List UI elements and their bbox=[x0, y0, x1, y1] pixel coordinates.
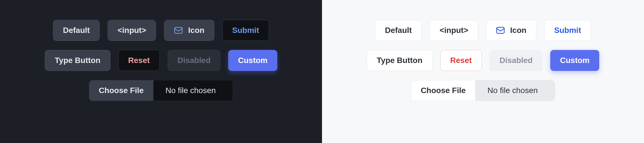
reset-button[interactable]: Reset bbox=[118, 50, 160, 71]
choose-file-button[interactable]: Choose File bbox=[411, 80, 476, 101]
default-button[interactable]: Default bbox=[53, 20, 100, 41]
disabled-button: Disabled bbox=[168, 50, 221, 71]
light-theme-panel: Default <input> Icon Submit Type Button … bbox=[322, 0, 644, 143]
type-button[interactable]: Type Button bbox=[45, 50, 110, 71]
type-button[interactable]: Type Button bbox=[367, 50, 432, 71]
button-row-1: Default <input> Icon Submit bbox=[375, 20, 591, 41]
svg-rect-0 bbox=[175, 27, 182, 33]
custom-button[interactable]: Custom bbox=[550, 50, 599, 71]
envelope-icon bbox=[496, 26, 505, 35]
dark-theme-panel: Default <input> Icon Submit Type Button … bbox=[0, 0, 322, 143]
file-row: Choose File No file chosen bbox=[411, 80, 555, 101]
button-row-1: Default <input> Icon Submit bbox=[53, 20, 269, 41]
envelope-icon bbox=[174, 26, 183, 35]
submit-button[interactable]: Submit bbox=[222, 20, 269, 41]
icon-button-label: Icon bbox=[510, 26, 526, 35]
default-button[interactable]: Default bbox=[375, 20, 422, 41]
svg-rect-1 bbox=[497, 27, 504, 33]
file-status-text: No file chosen bbox=[475, 80, 555, 101]
file-row: Choose File No file chosen bbox=[89, 80, 233, 101]
icon-button-label: Icon bbox=[188, 26, 204, 35]
button-row-2: Type Button Reset Disabled Custom bbox=[367, 50, 599, 71]
reset-button[interactable]: Reset bbox=[440, 50, 482, 71]
icon-button[interactable]: Icon bbox=[486, 20, 536, 41]
icon-button[interactable]: Icon bbox=[164, 20, 214, 41]
input-button[interactable]: <input> bbox=[430, 20, 478, 41]
input-button[interactable]: <input> bbox=[108, 20, 156, 41]
button-row-2: Type Button Reset Disabled Custom bbox=[45, 50, 277, 71]
custom-button[interactable]: Custom bbox=[228, 50, 277, 71]
file-input[interactable]: Choose File No file chosen bbox=[411, 80, 555, 101]
file-status-text: No file chosen bbox=[153, 80, 233, 101]
choose-file-button[interactable]: Choose File bbox=[89, 80, 154, 101]
submit-button[interactable]: Submit bbox=[544, 20, 591, 41]
file-input[interactable]: Choose File No file chosen bbox=[89, 80, 233, 101]
disabled-button: Disabled bbox=[490, 50, 543, 71]
